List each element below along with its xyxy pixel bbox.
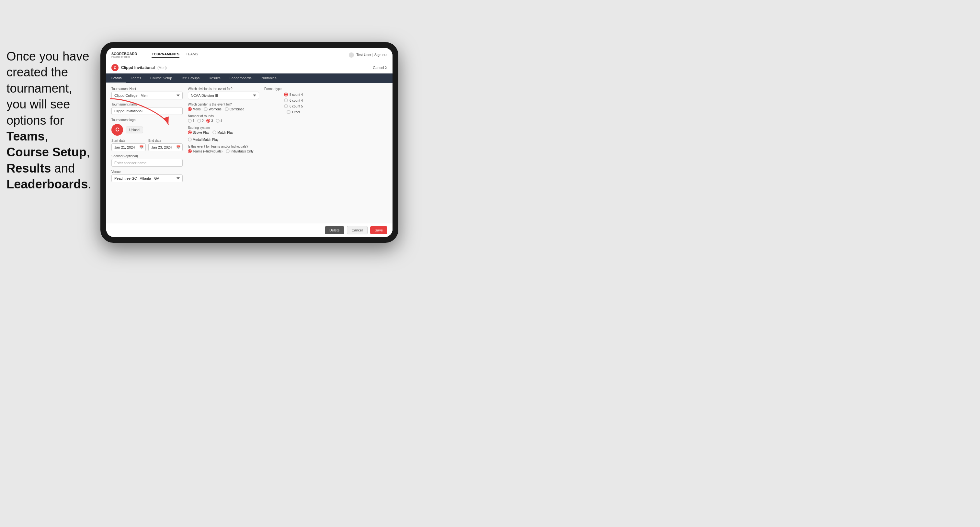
- rounds-label: Number of rounds: [188, 114, 259, 118]
- nav-tournaments[interactable]: TOURNAMENTS: [151, 52, 179, 58]
- format-6count5[interactable]: 6 count 5: [284, 104, 303, 108]
- nav-divider: [141, 52, 141, 58]
- delete-button[interactable]: Delete: [325, 226, 344, 234]
- rounds-3-radio[interactable]: [206, 119, 210, 123]
- tournament-name-label: Tournament name: [111, 103, 183, 106]
- format-6count5-radio[interactable]: [284, 104, 288, 108]
- nav-links: TOURNAMENTS TEAMS: [151, 52, 198, 58]
- scoring-group: Scoring system Stroke Play Match Play: [188, 126, 259, 141]
- tab-results[interactable]: Results: [204, 73, 225, 83]
- gender-combined[interactable]: Combined: [225, 107, 245, 111]
- form-col-left: Tournament Host Clippd College - Men Tou…: [111, 87, 183, 219]
- rounds-1-radio[interactable]: [188, 119, 192, 123]
- logo-text: SCOREBOARD: [111, 52, 137, 56]
- logo-circle: C: [111, 124, 123, 136]
- tab-printables[interactable]: Printables: [256, 73, 281, 83]
- division-select[interactable]: NCAA Division III: [188, 92, 259, 99]
- format-type-label: Format type: [264, 87, 323, 90]
- teams-plus-individuals[interactable]: Teams (+Individuals): [188, 149, 223, 153]
- tablet-device: SCOREBOARD Powered by clippd TOURNAMENTS…: [100, 42, 398, 243]
- date-row: Start date 📅 End date 📅: [111, 139, 183, 151]
- division-group: Which division is the event for? NCAA Di…: [188, 87, 259, 99]
- rounds-2[interactable]: 2: [197, 119, 204, 123]
- dates-group: Start date 📅 End date 📅: [111, 139, 183, 151]
- gender-womens-radio[interactable]: [204, 107, 208, 111]
- tournament-host-group: Tournament Host Clippd College - Men: [111, 87, 183, 99]
- scoring-label: Scoring system: [188, 126, 259, 130]
- division-label: Which division is the event for?: [188, 87, 259, 90]
- format-5count4[interactable]: 5 count 4: [284, 92, 303, 97]
- calendar-icon-end: 📅: [176, 145, 181, 149]
- format-type-group: Format type 5 count 4 6 count 4: [264, 87, 323, 114]
- save-button[interactable]: Save: [370, 226, 387, 234]
- instruction-text: Once you have created the tournament, yo…: [6, 49, 91, 193]
- tab-course-setup[interactable]: Course Setup: [146, 73, 177, 83]
- calendar-icon-start: 📅: [139, 145, 144, 149]
- gender-womens[interactable]: Womens: [204, 107, 221, 111]
- format-other[interactable]: Other: [286, 110, 300, 114]
- gender-mens-radio[interactable]: [188, 107, 192, 111]
- rounds-group: Number of rounds 1 2: [188, 114, 259, 123]
- sponsor-group: Sponsor (optional): [111, 154, 183, 167]
- tab-tee-groups[interactable]: Tee Groups: [177, 73, 204, 83]
- form-footer: Delete Cancel Save: [106, 223, 393, 237]
- tabs-bar: Details Teams Course Setup Tee Groups Re…: [106, 73, 393, 83]
- tab-teams[interactable]: Teams: [126, 73, 146, 83]
- scoring-stroke-radio[interactable]: [188, 130, 192, 134]
- rounds-4[interactable]: 4: [216, 119, 223, 123]
- format-other-radio[interactable]: [286, 110, 291, 114]
- form-col-middle: Which division is the event for? NCAA Di…: [188, 87, 259, 219]
- tournament-header: C Clippd Invitational (Men) Cancel X: [106, 62, 393, 73]
- individuals-only-radio[interactable]: [226, 149, 230, 153]
- nav-main: SCOREBOARD Powered by clippd TOURNAMENTS…: [111, 52, 198, 58]
- user-avatar-icon: [349, 52, 354, 58]
- tournament-name: Clippd Invitational: [121, 65, 155, 70]
- team-individuals-label: Is this event for Teams and/or Individua…: [188, 145, 259, 148]
- rounds-4-radio[interactable]: [216, 119, 220, 123]
- rounds-2-radio[interactable]: [197, 119, 201, 123]
- main-content: Tournament Host Clippd College - Men Tou…: [106, 83, 393, 237]
- team-individuals-radio-group: Teams (+Individuals) Individuals Only: [188, 149, 259, 153]
- logo-sub: Powered by clippd: [111, 56, 137, 58]
- scoring-medal-radio[interactable]: [188, 138, 192, 141]
- start-date-label: Start date: [111, 139, 146, 143]
- tournament-title-row: C Clippd Invitational (Men): [111, 64, 167, 71]
- tournament-host-select[interactable]: Clippd College - Men: [111, 92, 183, 99]
- tab-details[interactable]: Details: [106, 73, 126, 83]
- nav-teams[interactable]: TEAMS: [186, 52, 198, 58]
- format-5count4-radio[interactable]: [284, 92, 288, 97]
- tournament-icon: C: [111, 64, 119, 71]
- cancel-footer-button[interactable]: Cancel: [347, 226, 368, 234]
- scoring-stroke[interactable]: Stroke Play: [188, 130, 209, 134]
- tournament-name-group: Tournament name: [111, 103, 183, 115]
- rounds-1[interactable]: 1: [188, 119, 195, 123]
- scoring-medal[interactable]: Medal Match Play: [188, 138, 218, 141]
- gender-radio-group: Mens Womens Combined: [188, 107, 259, 111]
- end-date-wrapper: 📅: [148, 143, 183, 151]
- format-type-radio-group: 5 count 4 6 count 4 6 count 5: [264, 92, 323, 114]
- tournament-gender: (Men): [158, 66, 167, 70]
- rounds-3[interactable]: 3: [206, 119, 213, 123]
- tab-leaderboards[interactable]: Leaderboards: [225, 73, 256, 83]
- tournament-host-label: Tournament Host: [111, 87, 183, 90]
- venue-select[interactable]: Peachtree GC - Atlanta - GA: [111, 175, 183, 182]
- logo-upload-area: C Upload: [111, 124, 183, 136]
- cancel-top-button[interactable]: Cancel X: [373, 66, 387, 70]
- gender-group: Which gender is the event for? Mens Wome…: [188, 103, 259, 111]
- format-6count4[interactable]: 6 count 4: [284, 98, 303, 102]
- scoring-match[interactable]: Match Play: [212, 130, 233, 134]
- individuals-only[interactable]: Individuals Only: [226, 149, 254, 153]
- gender-combined-radio[interactable]: [225, 107, 229, 111]
- scoring-match-radio[interactable]: [212, 130, 216, 134]
- tournament-name-input[interactable]: [111, 107, 183, 115]
- rounds-radio-group: 1 2 3 4: [188, 119, 259, 123]
- end-date-group: End date 📅: [148, 139, 183, 151]
- user-signin-label[interactable]: Test User | Sign out: [356, 52, 387, 56]
- teams-individuals-radio[interactable]: [188, 149, 192, 153]
- user-area[interactable]: Test User | Sign out: [349, 52, 387, 58]
- gender-mens[interactable]: Mens: [188, 107, 200, 111]
- sponsor-input[interactable]: [111, 159, 183, 167]
- start-date-wrapper: 📅: [111, 143, 146, 151]
- format-6count4-radio[interactable]: [284, 98, 288, 102]
- upload-button[interactable]: Upload: [126, 127, 143, 133]
